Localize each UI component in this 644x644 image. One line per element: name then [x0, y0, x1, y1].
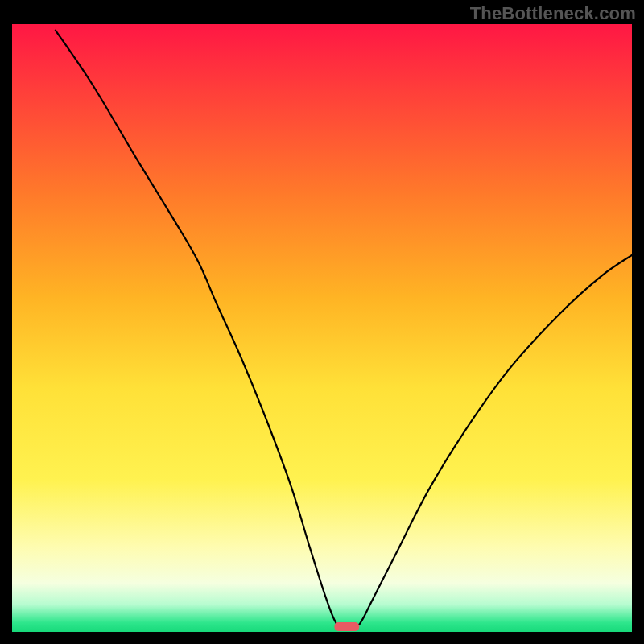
bottleneck-chart [12, 24, 632, 632]
watermark-text: TheBottleneck.com [470, 3, 636, 24]
plot-area [12, 24, 632, 632]
chart-frame: TheBottleneck.com [0, 0, 644, 644]
optimal-marker [334, 622, 359, 631]
gradient-background [12, 24, 632, 632]
